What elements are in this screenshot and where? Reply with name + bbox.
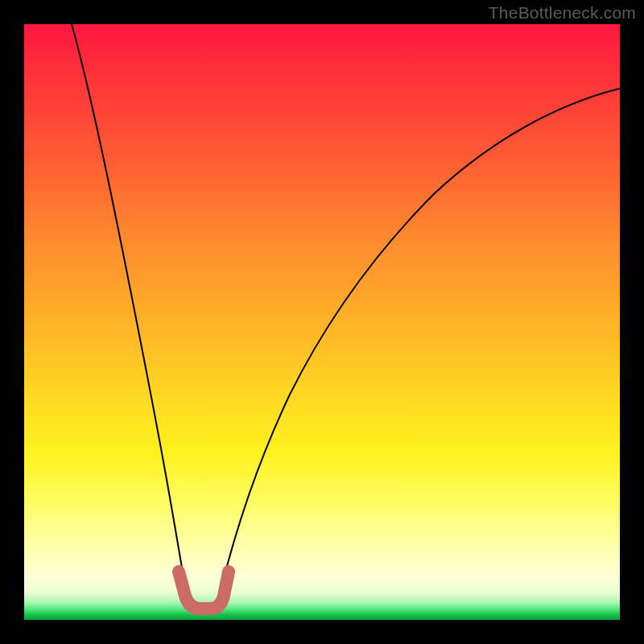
- plot-area: [24, 24, 620, 620]
- valley-highlight: [179, 572, 229, 609]
- curve-left-branch: [72, 24, 185, 588]
- curve-svg: [24, 24, 620, 620]
- outer-frame: TheBottleneck.com: [0, 0, 644, 644]
- curve-right-branch: [221, 89, 620, 588]
- watermark-text: TheBottleneck.com: [489, 3, 636, 23]
